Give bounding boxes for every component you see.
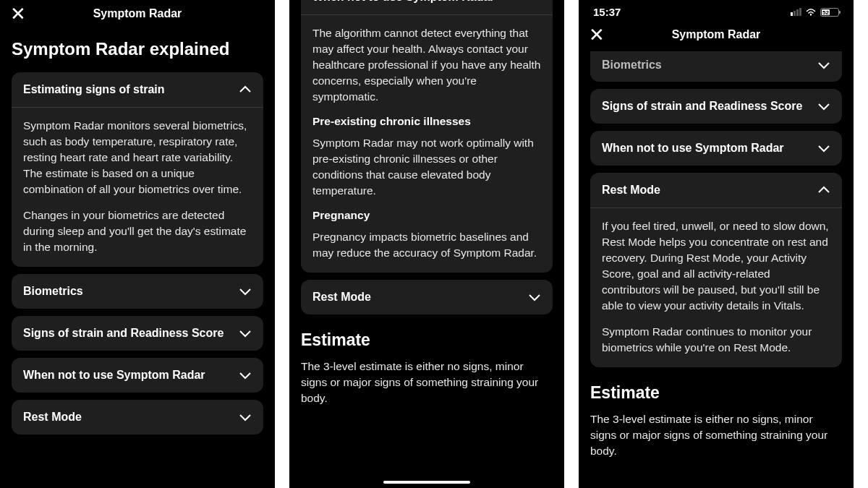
battery-level: 52 [822, 9, 830, 15]
body-paragraph: Symptom Radar continues to monitor your … [602, 324, 830, 356]
status-right: 52 [791, 7, 839, 18]
page-header: ✕ Symptom Radar [0, 0, 275, 30]
phone-screenshot-2: When not to use Symptom Radar The algori… [289, 0, 564, 488]
close-icon[interactable]: ✕ [10, 4, 26, 23]
accordion-header-when-not[interactable]: When not to use Symptom Radar [12, 358, 263, 393]
accordion-header-when-not[interactable]: When not to use Symptom Radar [590, 131, 842, 166]
accordion-header-rest-mode[interactable]: Rest Mode [590, 173, 842, 208]
main-heading: Symptom Radar explained [12, 39, 263, 59]
accordion-rest-mode: Rest Mode [12, 400, 263, 435]
body-paragraph: Symptom Radar monitors several biometric… [23, 118, 252, 197]
accordion-title: Rest Mode [312, 291, 371, 304]
accordion-header-rest-mode[interactable]: Rest Mode [301, 280, 553, 314]
chevron-up-icon [239, 83, 252, 96]
status-time: 15:37 [593, 6, 621, 18]
accordion-title: When not to use Symptom Radar [312, 0, 495, 4]
accordion-title: Biometrics [23, 285, 83, 298]
accordion-signs-readiness: Signs of strain and Readiness Score [12, 316, 263, 351]
cellular-signal-icon [791, 8, 801, 16]
page-header: ✕ Symptom Radar [579, 21, 854, 51]
accordion-header-when-not[interactable]: When not to use Symptom Radar [301, 0, 553, 15]
body-paragraph: Symptom Radar may not work optimally wit… [312, 135, 541, 199]
accordion-header-signs[interactable]: Signs of strain and Readiness Score [12, 316, 263, 351]
chevron-down-icon [528, 291, 541, 304]
accordion-body: If you feel tired, unwell, or need to sl… [590, 208, 842, 367]
status-bar: 15:37 52 [579, 0, 854, 21]
accordion-body: Symptom Radar monitors several biometric… [12, 108, 263, 267]
accordion-title: Rest Mode [23, 411, 82, 424]
accordion-title: Estimating signs of strain [23, 83, 165, 96]
accordion-title: When not to use Symptom Radar [602, 142, 784, 155]
chevron-down-icon [239, 411, 252, 424]
chevron-down-icon [239, 327, 252, 340]
body-paragraph: Changes in your biometrics are detected … [23, 207, 252, 255]
accordion-header-estimating[interactable]: Estimating signs of strain [12, 72, 263, 108]
section-heading-estimate: Estimate [301, 330, 553, 350]
accordion-estimating-signs: Estimating signs of strain Symptom Radar… [12, 72, 263, 267]
chevron-down-icon [239, 369, 252, 382]
accordion-rest-mode: Rest Mode If you feel tired, unwell, or … [590, 173, 842, 367]
accordion-title: When not to use Symptom Radar [23, 369, 205, 382]
accordion-title: Signs of strain and Readiness Score [23, 327, 224, 340]
chevron-down-icon [239, 285, 252, 298]
body-paragraph: The 3-level estimate is either no signs,… [590, 411, 842, 459]
phone-screenshot-1: ✕ Symptom Radar Symptom Radar explained … [0, 0, 275, 488]
accordion-title: Biometrics [602, 59, 662, 72]
accordion-when-not: When not to use Symptom Radar The algori… [301, 0, 553, 273]
chevron-down-icon [817, 142, 830, 155]
svg-point-0 [810, 13, 812, 14]
phone-screenshot-3: 15:37 52 ✕ Symptom Radar Biometrics Sign… [579, 0, 854, 488]
accordion-body: The algorithm cannot detect everything t… [301, 15, 553, 273]
wifi-icon [805, 7, 817, 18]
accordion-rest-mode: Rest Mode [301, 280, 553, 314]
close-icon[interactable]: ✕ [589, 25, 605, 44]
accordion-when-not: When not to use Symptom Radar [590, 131, 842, 166]
chevron-down-icon [817, 59, 830, 72]
section-heading-estimate: Estimate [590, 383, 842, 403]
accordion-when-not: When not to use Symptom Radar [12, 358, 263, 393]
body-paragraph: The 3-level estimate is either no signs,… [301, 359, 553, 406]
accordion-signs-readiness: Signs of strain and Readiness Score [590, 89, 842, 124]
page-title: Symptom Radar [0, 7, 275, 20]
sub-heading: Pre-existing chronic illnesses [312, 115, 541, 128]
accordion-header-signs[interactable]: Signs of strain and Readiness Score [590, 89, 842, 124]
accordion-biometrics[interactable]: Biometrics [590, 51, 842, 82]
page-title: Symptom Radar [579, 28, 854, 41]
battery-icon: 52 [820, 8, 839, 17]
accordion-title: Rest Mode [602, 184, 660, 197]
accordion-biometrics: Biometrics [12, 274, 263, 309]
chevron-up-icon [528, 0, 541, 4]
accordion-title: Signs of strain and Readiness Score [602, 100, 802, 113]
body-paragraph: Pregnancy impacts biometric baselines an… [312, 229, 541, 261]
accordion-header-biometrics[interactable]: Biometrics [12, 274, 263, 309]
sub-heading: Pregnancy [312, 209, 541, 222]
body-paragraph: The algorithm cannot detect everything t… [312, 25, 541, 105]
chevron-down-icon [817, 100, 830, 113]
accordion-header-rest-mode[interactable]: Rest Mode [12, 400, 263, 435]
home-indicator[interactable] [383, 481, 470, 484]
chevron-up-icon [817, 184, 830, 197]
body-paragraph: If you feel tired, unwell, or need to sl… [602, 218, 830, 314]
